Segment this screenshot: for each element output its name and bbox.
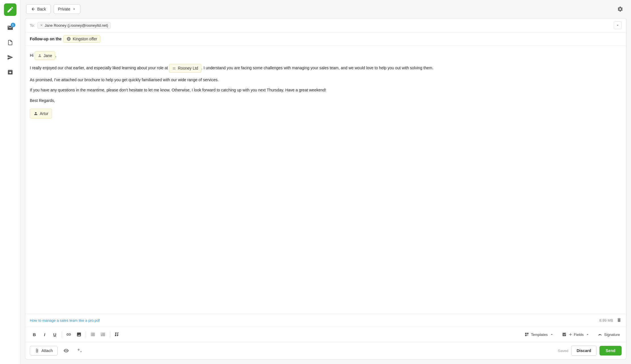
italic-button[interactable]: I [40, 330, 49, 339]
link-button[interactable] [64, 330, 73, 339]
ai-button[interactable] [75, 346, 85, 356]
attachment-bar: How to manage a sales team like a pro.pd… [25, 314, 626, 327]
templates-label: Templates [531, 332, 548, 337]
signature-tag[interactable]: Artur [30, 109, 52, 118]
remove-recipient-icon[interactable]: ✕ [40, 23, 43, 27]
subject-tag-text: Kingston offer [73, 37, 97, 41]
name-tag-text: Jane [43, 53, 52, 59]
name-tag[interactable]: Jane [35, 51, 55, 60]
app-logo[interactable] [4, 3, 16, 16]
sidebar: 1 [0, 0, 20, 364]
attach-label: Attach [41, 348, 53, 353]
send-button[interactable]: Send [599, 346, 622, 355]
signature-button[interactable]: Signature [596, 331, 622, 338]
toolbar-separator-3 [110, 331, 110, 338]
to-expand-button[interactable] [614, 21, 622, 29]
body-p2: As promised, I've attached our brochure … [30, 77, 622, 83]
fields-button[interactable]: Fields [560, 331, 592, 338]
attachment-size: 8.99 MB [599, 318, 613, 323]
body-p3: If you have any questions in the meantim… [30, 87, 622, 93]
sidebar-item-archive[interactable] [4, 66, 16, 78]
inbox-badge: 1 [11, 23, 15, 27]
remove-attachment-button[interactable] [617, 317, 622, 323]
numbered-list-button[interactable] [99, 330, 108, 339]
to-field: To: ✕ Jane Rooney (j.rooney@rooneyltd.ne… [25, 18, 626, 32]
compose-area: To: ✕ Jane Rooney (j.rooney@rooneyltd.ne… [25, 18, 626, 359]
preview-button[interactable] [61, 346, 71, 356]
body-closing: Best Regards, [30, 97, 622, 104]
bullet-list-button[interactable] [88, 330, 97, 339]
top-bar: Back Private [20, 0, 631, 18]
toolbar-right: Templates Fields Signature [523, 331, 622, 338]
bottom-right-actions: Saved Discard Send [558, 346, 622, 356]
back-label: Back [37, 7, 46, 11]
subject-tag[interactable]: Kingston offer [63, 35, 100, 43]
subject-field: Follow-up on the Kingston offer [25, 32, 626, 46]
settings-button[interactable] [615, 4, 625, 14]
signature-name: Artur [40, 110, 48, 117]
privacy-dropdown[interactable]: Private [54, 4, 80, 14]
bold-button[interactable]: B [30, 330, 39, 339]
attachment-link[interactable]: How to manage a sales team like a pro.pd… [30, 318, 100, 323]
top-bar-left: Back Private [26, 4, 80, 14]
signature-label: Signature [604, 332, 620, 337]
image-button[interactable] [74, 330, 83, 339]
sidebar-item-documents[interactable] [4, 36, 16, 49]
main-content: Back Private To: ✕ Jane Rooney (j.rooney… [20, 0, 631, 364]
toolbar-separator-2 [86, 331, 86, 338]
company-tag[interactable]: Rooney Ltd [169, 64, 201, 72]
underline-button[interactable]: U [50, 330, 59, 339]
clear-format-button[interactable] [112, 330, 122, 339]
email-body[interactable]: Hi Jane , I really enjoyed our chat earl… [25, 46, 626, 314]
privacy-label: Private [58, 7, 70, 11]
attachment-right: 8.99 MB [599, 317, 622, 323]
sidebar-item-inbox[interactable]: 1 [4, 22, 16, 34]
company-tag-text: Rooney Ltd [178, 65, 198, 71]
greeting-text: Hi [30, 53, 34, 58]
format-toolbar: B I U [25, 327, 626, 342]
to-recipient-name: Jane Rooney (j.rooney@rooneyltd.net) [45, 23, 108, 28]
toolbar-separator-1 [62, 331, 62, 338]
attach-button[interactable]: Attach [30, 346, 58, 355]
to-label: To: [30, 23, 35, 28]
templates-button[interactable]: Templates [523, 331, 555, 338]
sidebar-item-send[interactable] [4, 51, 16, 64]
subject-prefix: Follow-up on the [30, 37, 62, 41]
bottom-bar: Attach Saved Discard Send [25, 342, 626, 359]
saved-status: Saved [558, 349, 569, 353]
to-recipient-tag[interactable]: ✕ Jane Rooney (j.rooney@rooneyltd.net) [37, 22, 111, 29]
discard-button[interactable]: Discard [571, 346, 596, 356]
body-p1-start: I really enjoyed our chat earlier, and e… [30, 66, 168, 70]
body-p1-cont: . I understand you are facing some chall… [201, 66, 433, 70]
fields-label: Fields [574, 332, 584, 337]
back-button[interactable]: Back [26, 4, 51, 14]
